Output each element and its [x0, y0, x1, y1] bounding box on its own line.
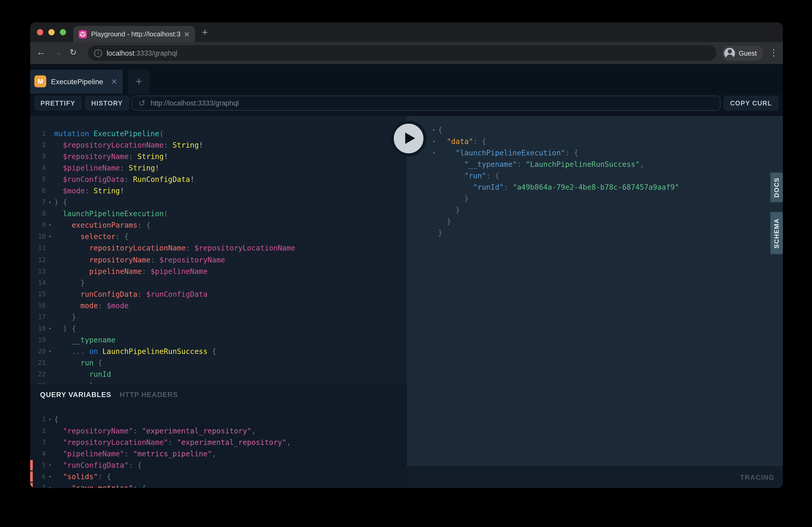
code-line[interactable]: }: [430, 216, 783, 227]
fold-gutter: [430, 170, 438, 181]
fold-arrow-icon[interactable]: ▾: [46, 471, 54, 482]
fold-gutter: [46, 139, 54, 151]
fold-arrow-icon[interactable]: ▾: [430, 124, 438, 136]
session-tab-executepipeline[interactable]: M ExecutePipeline ✕: [30, 70, 122, 93]
fold-gutter: [46, 425, 54, 437]
fold-arrow-icon[interactable]: ▾: [46, 197, 54, 208]
variables-editor-lines[interactable]: 1▾{2 "repositoryName": "experimental_rep…: [30, 410, 407, 488]
code-text: }: [438, 227, 443, 239]
code-line[interactable]: 19 __typename: [30, 334, 407, 346]
code-line[interactable]: 16 mode: $mode: [30, 300, 407, 311]
browser-menu-icon[interactable]: ⋮: [769, 47, 778, 58]
code-line[interactable]: }: [430, 205, 783, 216]
traffic-close-button[interactable]: [37, 29, 43, 35]
code-line[interactable]: 12 repositoryName: $repositoryName: [30, 254, 407, 265]
reset-endpoint-icon[interactable]: ↺: [139, 98, 145, 108]
code-line[interactable]: 23 }: [30, 380, 407, 384]
site-info-icon[interactable]: i: [94, 49, 102, 57]
fold-arrow-icon[interactable]: ▾: [46, 220, 54, 231]
code-line[interactable]: 4 "pipelineName": "metrics_pipeline",: [30, 448, 407, 460]
browser-tab[interactable]: Playground - http://localhost:3 ✕: [73, 26, 195, 42]
query-editor[interactable]: 1mutation ExecutePipeline(2 $repositoryL…: [30, 116, 407, 384]
copy-curl-button[interactable]: COPY CURL: [724, 96, 779, 111]
code-line[interactable]: 1▾{: [30, 414, 407, 425]
code-line[interactable]: 7▾ "save_metrics": {: [30, 483, 407, 488]
fold-gutter: [46, 242, 54, 254]
code-line[interactable]: 9▾ executionParams: {: [30, 220, 407, 231]
profile-button[interactable]: Guest: [722, 45, 763, 61]
fold-arrow-icon[interactable]: ▾: [46, 414, 54, 425]
tab-http-headers[interactable]: HTTP HEADERS: [120, 391, 178, 398]
code-line[interactable]: 1mutation ExecutePipeline(: [30, 128, 407, 139]
fold-gutter: [46, 448, 54, 460]
code-line[interactable]: ▾ "data": {: [430, 136, 783, 147]
address-bar[interactable]: i localhost:3333/graphql: [88, 45, 716, 61]
code-line[interactable]: 5 $runConfigData: RunConfigData!: [30, 174, 407, 185]
playground-tab-bar: M ExecutePipeline ✕ + ⚙: [30, 64, 783, 93]
fold-gutter: [46, 174, 54, 185]
endpoint-input[interactable]: ↺ http://localhost:3333/graphql: [132, 96, 721, 111]
code-line[interactable]: 3 $repositoryName: String!: [30, 151, 407, 162]
code-line[interactable]: 6▾ "solids": {: [30, 471, 407, 482]
code-line[interactable]: 13 pipelineName: $pipelineName: [30, 265, 407, 277]
address-url[interactable]: localhost:3333/graphql: [107, 49, 177, 57]
code-line[interactable]: ▾{: [430, 124, 783, 136]
fold-arrow-icon[interactable]: ▾: [46, 231, 54, 242]
code-line[interactable]: 17 }: [30, 311, 407, 323]
code-line[interactable]: "run": {: [430, 170, 783, 181]
fold-arrow-icon[interactable]: ▾: [430, 136, 438, 147]
fold-arrow-icon[interactable]: ▾: [46, 483, 54, 488]
code-line[interactable]: }: [430, 227, 783, 239]
line-number: 4: [30, 162, 46, 174]
history-button[interactable]: HISTORY: [85, 96, 130, 111]
prettify-button[interactable]: PRETTIFY: [34, 96, 82, 111]
fold-arrow-icon[interactable]: ▾: [46, 460, 54, 471]
code-line[interactable]: 8 launchPipelineExecution(: [30, 208, 407, 220]
code-line[interactable]: 18▾ ) {: [30, 323, 407, 334]
code-line[interactable]: "__typename": "LaunchPipelineRunSuccess"…: [430, 159, 783, 170]
traffic-minimize-button[interactable]: [48, 29, 55, 35]
variables-panel: QUERY VARIABLES HTTP HEADERS 1▾{2 "repos…: [30, 384, 407, 488]
code-line[interactable]: 10▾ selector: {: [30, 231, 407, 242]
line-number: 5: [30, 460, 46, 471]
reload-icon[interactable]: ↻: [70, 47, 77, 57]
fold-arrow-icon[interactable]: ▾: [46, 346, 54, 357]
code-line[interactable]: }: [430, 193, 783, 205]
code-line[interactable]: 20▾ ... on LaunchPipelineRunSuccess {: [30, 346, 407, 357]
session-tab-close-icon[interactable]: ✕: [111, 77, 117, 86]
code-line[interactable]: 4 $pipelineName: String!: [30, 162, 407, 174]
back-icon[interactable]: ←: [37, 47, 46, 58]
code-line[interactable]: 5▾ "runConfigData": {: [30, 460, 407, 471]
variables-panel-tabs: QUERY VARIABLES HTTP HEADERS: [40, 391, 178, 398]
line-number: 16: [30, 300, 46, 311]
code-line[interactable]: 2 "repositoryName": "experimental_reposi…: [30, 425, 407, 437]
code-line[interactable]: ▾ "launchPipelineExecution": {: [430, 147, 783, 159]
code-line[interactable]: 14 }: [30, 277, 407, 288]
new-session-tab-button[interactable]: +: [128, 70, 150, 93]
code-line[interactable]: 21 run {: [30, 357, 407, 368]
code-line[interactable]: "runId": "a49b864a-79e2-4be8-b78c-687457…: [430, 181, 783, 193]
new-browser-tab-button[interactable]: +: [202, 27, 208, 39]
schema-side-tab[interactable]: SCHEMA: [770, 212, 783, 254]
tracing-bar[interactable]: TRACING: [407, 466, 783, 488]
code-line[interactable]: 7▾) {: [30, 197, 407, 208]
code-line[interactable]: 6 $mode: String!: [30, 185, 407, 196]
code-line[interactable]: 3 "repositoryLocationName": "experimenta…: [30, 437, 407, 448]
fold-arrow-icon[interactable]: ▾: [430, 147, 438, 159]
code-line[interactable]: 22 runId: [30, 368, 407, 380]
code-line[interactable]: 11 repositoryLocationName: $repositoryLo…: [30, 242, 407, 254]
code-line[interactable]: 2 $repositoryLocationName: String!: [30, 139, 407, 151]
code-text: "runId": "a49b864a-79e2-4be8-b78c-687457…: [438, 181, 679, 193]
graphql-favicon-icon: [78, 30, 87, 38]
line-number: 22: [30, 368, 46, 380]
forward-icon[interactable]: →: [53, 47, 62, 58]
traffic-zoom-button[interactable]: [60, 29, 66, 35]
execute-button[interactable]: [391, 120, 426, 156]
tab-query-variables[interactable]: QUERY VARIABLES: [40, 391, 111, 398]
fold-gutter: [46, 357, 54, 368]
browser-tab-close-icon[interactable]: ✕: [184, 30, 190, 38]
docs-side-tab[interactable]: DOCS: [770, 172, 783, 202]
fold-gutter: [46, 254, 54, 265]
code-line[interactable]: 15 runConfigData: $runConfigData: [30, 288, 407, 300]
fold-arrow-icon[interactable]: ▾: [46, 323, 54, 334]
